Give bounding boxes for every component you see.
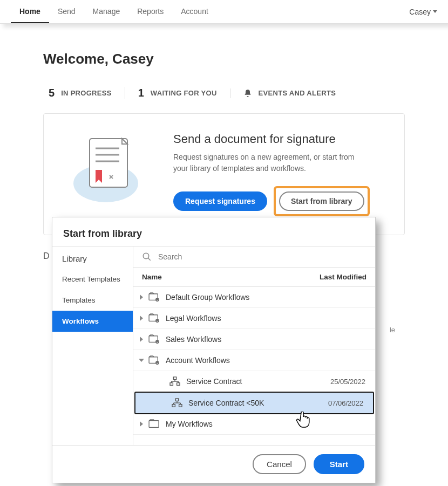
highlight-box: Start from library xyxy=(274,186,370,216)
stat-waiting[interactable]: 1 WAITING FOR YOU xyxy=(125,87,230,99)
nav-home[interactable]: Home xyxy=(11,1,49,23)
stat-count: 5 xyxy=(49,87,55,99)
expand-icon xyxy=(140,337,143,342)
tree-row-account[interactable]: Account Workflows xyxy=(133,350,375,371)
sidebar-item-templates[interactable]: Templates xyxy=(52,290,133,311)
cancel-button[interactable]: Cancel xyxy=(253,454,306,474)
start-from-library-button[interactable]: Start from library xyxy=(279,191,364,211)
tree-label: Legal Workflows xyxy=(166,314,221,323)
nav-send[interactable]: Send xyxy=(49,1,84,23)
user-menu[interactable]: Casey xyxy=(409,8,437,16)
bell-icon xyxy=(243,88,252,98)
tree-row-legal[interactable]: Legal Workflows xyxy=(133,308,375,329)
svg-rect-19 xyxy=(173,377,176,380)
nav-account[interactable]: Account xyxy=(172,1,217,23)
tree-row-service-contract-50k[interactable]: Service Contract <50K 07/06/2022 xyxy=(134,392,374,414)
svg-point-5 xyxy=(143,253,149,259)
caret-down-icon xyxy=(433,10,437,13)
start-button[interactable]: Start xyxy=(314,454,364,474)
document-illustration xyxy=(65,132,146,208)
col-name: Name xyxy=(142,273,162,281)
sidebar-item-workflows[interactable]: Workflows xyxy=(52,311,133,332)
search-row xyxy=(133,247,375,268)
svg-rect-20 xyxy=(170,383,173,386)
expand-icon xyxy=(140,295,143,300)
tree-row-service-contract[interactable]: Service Contract 25/05/2022 xyxy=(133,371,375,392)
top-nav: Home Send Manage Reports Account Casey xyxy=(0,0,448,24)
svg-rect-28 xyxy=(179,405,182,407)
nav-manage[interactable]: Manage xyxy=(84,1,129,23)
shared-folder-icon xyxy=(148,355,160,365)
search-icon xyxy=(142,252,152,262)
tree-label: Service Contract <50K xyxy=(188,399,264,407)
tree-date: 25/05/2022 xyxy=(330,378,369,386)
search-input[interactable] xyxy=(158,252,366,261)
tree-label: My Workflows xyxy=(166,420,213,428)
tree-date: 07/06/2022 xyxy=(328,399,366,407)
shared-folder-icon xyxy=(148,313,160,323)
tree-row-sales[interactable]: Sales Workflows xyxy=(133,329,375,350)
user-name: Casey xyxy=(409,8,431,16)
modal-footer: Cancel Start xyxy=(52,446,375,483)
welcome-heading: Welcome, Casey xyxy=(43,51,405,67)
modal-main: Name Last Modified Default Group Workflo… xyxy=(133,247,375,445)
nav-reports[interactable]: Reports xyxy=(128,1,172,23)
stat-in-progress[interactable]: 5 IN PROGRESS xyxy=(43,87,125,99)
request-signatures-button[interactable]: Request signatures xyxy=(173,191,267,211)
expand-icon xyxy=(140,316,143,321)
tree-row-my-workflows[interactable]: My Workflows xyxy=(133,414,375,435)
tree-label: Account Workflows xyxy=(166,356,230,365)
workflow-icon xyxy=(171,398,183,408)
stat-label: IN PROGRESS xyxy=(61,89,112,97)
svg-rect-27 xyxy=(172,405,175,407)
tree-label: Sales Workflows xyxy=(166,335,221,344)
svg-rect-1 xyxy=(90,139,127,187)
send-card-desc: Request signatures on a new agreement, o… xyxy=(173,152,368,174)
tree-label: Service Contract xyxy=(186,377,242,386)
svg-line-6 xyxy=(148,258,151,261)
folder-icon xyxy=(148,419,160,429)
sidebar-title: Library xyxy=(52,247,133,269)
column-headers: Name Last Modified xyxy=(133,268,375,287)
collapse-icon xyxy=(139,359,144,362)
sidebar-item-recent-templates[interactable]: Recent Templates xyxy=(52,269,133,290)
tree-row-default-group[interactable]: Default Group Workflows xyxy=(133,287,375,308)
tree-label: Default Group Workflows xyxy=(166,293,249,302)
shared-folder-icon xyxy=(148,292,160,302)
stat-label: WAITING FOR YOU xyxy=(151,89,217,97)
modal-sidebar: Library Recent Templates Templates Workf… xyxy=(52,247,133,445)
svg-rect-33 xyxy=(149,421,159,428)
workflow-icon xyxy=(169,377,181,386)
stat-count: 1 xyxy=(138,87,144,99)
stat-label: EVENTS AND ALERTS xyxy=(259,89,336,97)
col-modified: Last Modified xyxy=(320,273,366,281)
partial-text: le xyxy=(390,326,395,334)
stats-row: 5 IN PROGRESS 1 WAITING FOR YOU EVENTS A… xyxy=(43,87,405,99)
start-from-library-modal: Start from library Library Recent Templa… xyxy=(52,217,376,483)
svg-rect-21 xyxy=(177,383,180,386)
shared-folder-icon xyxy=(148,334,160,344)
stat-events[interactable]: EVENTS AND ALERTS xyxy=(230,88,349,98)
svg-rect-26 xyxy=(175,399,178,401)
expand-icon xyxy=(140,421,143,427)
send-card-title: Send a document for signature xyxy=(173,132,370,146)
modal-title: Start from library xyxy=(52,217,375,246)
